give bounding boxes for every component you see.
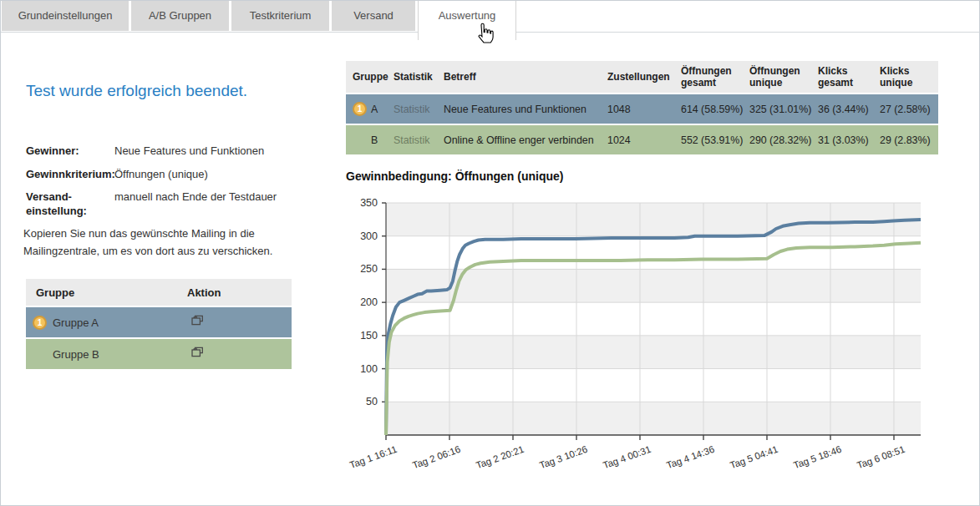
header-oeffnungen-gesamt: Öffnungen gesamt (677, 61, 745, 93)
plot-band (386, 203, 921, 236)
results-row-a[interactable]: 1 A Statistik Neue Features und Funktion… (346, 94, 938, 124)
x-axis-label: Tag 2 06:16 (411, 444, 462, 471)
row-a-group: A (371, 104, 378, 115)
tab-grundeinstellungen[interactable]: Grundeinstellungen (2, 1, 129, 31)
win-criterion-value: Öffnungen (unique) (114, 167, 208, 181)
plot-band (386, 236, 921, 270)
header-zustellungen: Zustellungen (603, 61, 677, 93)
copy-icon[interactable] (190, 347, 205, 359)
x-axis-label: Tag 3 10:26 (538, 444, 589, 471)
group-column-header: Gruppe (26, 286, 187, 299)
send-setting-label: Versand-einstellung: (26, 190, 114, 218)
winner-row: Gewinner: Neue Features und Funktionen (26, 144, 264, 158)
row-b-oeffnungen-unique: 290 (28.32%) (745, 125, 814, 154)
copy-icon[interactable] (190, 315, 205, 327)
row-a-oeffnungen-unique: 325 (31.01%) (745, 94, 814, 124)
winner-rank-badge: 1 (33, 316, 47, 330)
row-a-oeffnungen-gesamt: 614 (58.59%) (677, 94, 745, 124)
header-klicks-unique: Klicks unique (876, 61, 938, 93)
chart-title: Gewinnbedingung: Öffnungen (unique) (346, 170, 564, 183)
y-axis-label: 100 (360, 363, 378, 375)
plot-band (386, 336, 921, 369)
y-axis-label: 250 (360, 263, 378, 275)
results-row-b[interactable]: B Statistik Online & Offline enger verbi… (346, 125, 938, 154)
row-b-betreff: Online & Offline enger verbinden (439, 125, 603, 154)
y-axis-label: 200 (360, 296, 378, 308)
y-axis-label: 300 (360, 230, 378, 242)
ab-test-evaluation-page: Grundeinstellungen A/B Gruppen Testkrite… (0, 0, 980, 506)
x-axis-label: Tag 5 04:41 (729, 444, 779, 471)
plot-band (386, 402, 921, 435)
header-betreff: Betreff (439, 61, 603, 93)
header-klicks-gesamt: Klicks gesamt (814, 61, 876, 93)
tab-versand[interactable]: Versand (332, 1, 415, 31)
group-a-label: Gruppe A (53, 316, 99, 329)
tab-bar: Grundeinstellungen A/B Gruppen Testkrite… (2, 1, 516, 40)
win-criterion-label: Gewinnkriterium: (26, 167, 114, 181)
group-row-b[interactable]: Gruppe B (26, 339, 292, 369)
y-axis-label: 50 (366, 396, 378, 407)
header-oeffnungen-unique: Öffnungen unique (745, 61, 814, 93)
win-criterion-row: Gewinnkriterium: Öffnungen (unique) (26, 167, 208, 181)
send-setting-row: Versand-einstellung: manuell nach Ende d… (26, 190, 277, 218)
plot-band (386, 369, 921, 402)
winner-rank-badge: 1 (353, 102, 367, 116)
row-b-klicks-unique: 29 (2.83%) (876, 125, 938, 154)
row-b-zustellungen: 1024 (603, 125, 677, 154)
action-column-header: Aktion (187, 286, 221, 299)
results-table: Gruppe Statistik Betreff Zustellungen Öf… (346, 61, 938, 154)
plot-band (386, 302, 921, 336)
group-table-header: Gruppe Aktion (26, 279, 292, 306)
chart-svg: Tag 1 16:11Tag 2 06:16Tag 2 20:21Tag 3 1… (339, 191, 980, 483)
results-table-header: Gruppe Statistik Betreff Zustellungen Öf… (346, 61, 938, 93)
row-b-group: B (371, 134, 378, 146)
winner-value: Neue Features und Funktionen (114, 144, 264, 158)
x-axis-label: Tag 4 00:31 (602, 444, 652, 471)
success-message: Test wurde erfolgreich beendet. (26, 82, 247, 100)
row-a-betreff: Neue Features und Funktionen (439, 94, 603, 124)
statistik-link[interactable]: Statistik (394, 134, 429, 146)
row-a-klicks-unique: 27 (2.58%) (876, 94, 938, 124)
group-b-label: Gruppe B (53, 348, 99, 361)
send-setting-value: manuell nach Ende der Testdauer (114, 190, 277, 204)
winner-label: Gewinner: (26, 144, 114, 158)
y-axis-label: 350 (360, 197, 378, 209)
row-a-zustellungen: 1048 (603, 94, 677, 124)
line-chart: Tag 1 16:11Tag 2 06:16Tag 2 20:21Tag 3 1… (339, 191, 980, 483)
copy-instruction-note: Kopieren Sie nun das gewünschte Mailing … (23, 225, 287, 260)
x-axis-label: Tag 2 20:21 (475, 444, 526, 471)
y-axis-label: 150 (360, 330, 378, 342)
statistik-link[interactable]: Statistik (394, 104, 429, 115)
row-b-klicks-gesamt: 31 (3.03%) (814, 125, 876, 154)
x-axis-label: Tag 4 14:36 (665, 444, 716, 471)
row-a-klicks-gesamt: 36 (3.44%) (814, 94, 876, 124)
tab-testkriterium[interactable]: Testkriterium (231, 1, 329, 31)
header-gruppe: Gruppe (346, 61, 389, 93)
x-axis-label: Tag 6 08:51 (856, 444, 906, 471)
plot-band (386, 269, 921, 302)
tab-ab-gruppen[interactable]: A/B Gruppen (131, 1, 229, 31)
group-row-a[interactable]: 1 Gruppe A (26, 307, 292, 337)
row-b-oeffnungen-gesamt: 552 (53.91%) (677, 125, 745, 154)
group-action-table: Gruppe Aktion 1 Gruppe A Gr (26, 279, 292, 369)
x-axis-label: Tag 5 18:46 (792, 444, 843, 471)
x-axis-label: Tag 1 16:11 (348, 444, 399, 471)
header-statistik: Statistik (389, 61, 439, 93)
tab-auswertung[interactable]: Auswertung (418, 1, 516, 40)
